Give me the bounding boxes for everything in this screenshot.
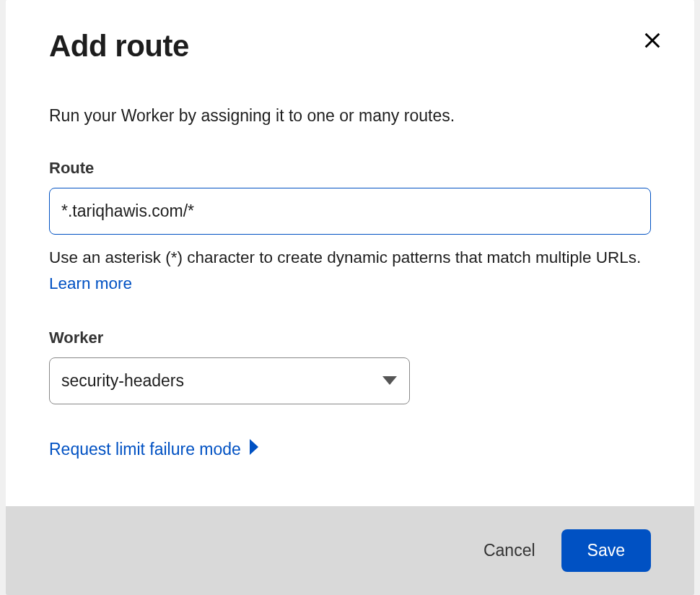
route-helper-content: Use an asterisk (*) character to create … [49,248,641,266]
worker-select-wrapper: security-headers [49,357,410,404]
svg-marker-3 [250,439,258,455]
request-limit-label: Request limit failure mode [49,440,241,459]
cancel-button[interactable]: Cancel [484,541,535,560]
add-route-modal: Add route Run your Worker by assigning i… [6,0,694,595]
route-input[interactable] [49,188,651,235]
worker-select[interactable]: security-headers [49,357,410,404]
modal-body: Add route Run your Worker by assigning i… [6,0,694,506]
modal-title: Add route [49,29,189,64]
request-limit-link[interactable]: Request limit failure mode [49,439,258,459]
modal-footer: Cancel Save [6,506,694,595]
route-helper-text: Use an asterisk (*) character to create … [49,245,651,297]
worker-field-group: Worker security-headers [49,329,651,404]
close-icon [642,42,662,53]
close-button[interactable] [639,27,665,56]
worker-label: Worker [49,329,651,347]
save-button[interactable]: Save [561,529,651,572]
modal-header: Add route [49,29,651,64]
learn-more-link[interactable]: Learn more [49,274,132,292]
modal-description: Run your Worker by assigning it to one o… [49,104,651,127]
route-label: Route [49,159,651,178]
route-field-group: Route Use an asterisk (*) character to c… [49,159,651,297]
chevron-right-icon [248,439,258,459]
